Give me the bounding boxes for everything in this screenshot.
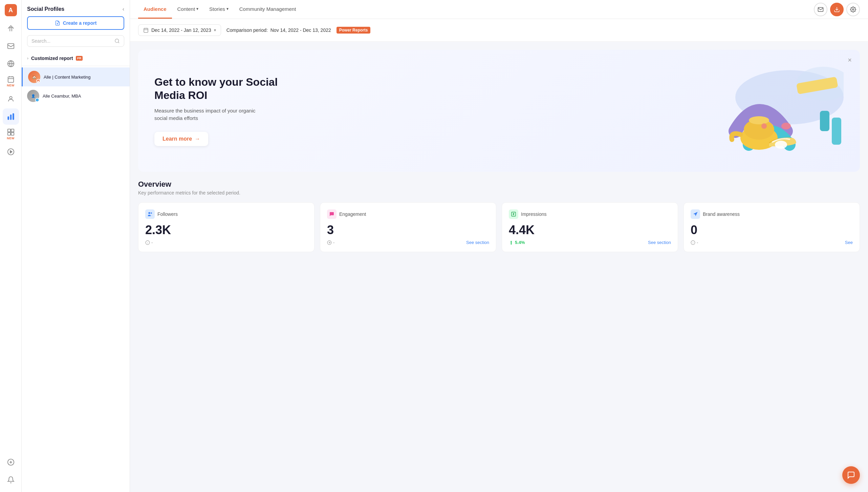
nav-item-dashboard[interactable]: NEW (3, 126, 19, 142)
metric-card-engagement: Engagement 3 - See section (320, 202, 496, 252)
overview-title: Overview (138, 180, 860, 189)
avatar-alle-ceambur: 👤 t (27, 90, 39, 102)
brand-info-icon (691, 240, 695, 245)
comparison-period: Comparison period: Nov 14, 2022 - Dec 13… (226, 27, 331, 33)
engagement-see-section-link[interactable]: See section (466, 240, 489, 245)
stories-chevron-icon: ▾ (226, 6, 229, 11)
sidebar-header: Social Profiles ‹ (22, 0, 130, 16)
settings-icon-button[interactable] (846, 3, 860, 16)
content-area: Dec 14, 2022 - Jan 12, 2023 ▾ Comparison… (130, 19, 868, 492)
info-icon (145, 240, 150, 245)
download-icon-button[interactable] (830, 3, 844, 16)
sidebar-close-icon[interactable]: ‹ (123, 6, 124, 12)
svg-rect-6 (13, 114, 14, 120)
banner-close-button[interactable]: × (845, 55, 854, 65)
power-reports-badge[interactable]: Power Reports (337, 27, 371, 34)
date-picker[interactable]: Dec 14, 2022 - Jan 12, 2023 ▾ (138, 24, 221, 36)
impressions-footer: 5.4% See section (509, 240, 671, 245)
profile-name-alle-ceambur: Alle Ceambur, MBA (43, 94, 81, 99)
avatar-badge-instagram: ▣ (36, 79, 40, 83)
left-icon-nav: A NEW NEW (0, 0, 22, 492)
svg-point-29 (781, 123, 791, 129)
sidebar: Social Profiles ‹ Create a report › Cust… (22, 0, 130, 492)
avatar-alle-content: 🏠 ▣ (28, 71, 40, 83)
svg-point-26 (761, 123, 767, 129)
date-picker-chevron: ▾ (214, 28, 216, 33)
svg-rect-4 (7, 117, 9, 120)
date-range-text: Dec 14, 2022 - Jan 12, 2023 (151, 27, 211, 33)
app-logo[interactable]: A (5, 4, 17, 16)
nav-item-globe[interactable] (3, 56, 19, 72)
brand-see-section-link[interactable]: See (845, 240, 853, 245)
svg-point-3 (9, 97, 12, 99)
nav-item-dashboard-label: NEW (7, 137, 15, 140)
followers-footer: - (145, 240, 307, 245)
brand-value: 0 (691, 223, 853, 237)
close-icon: × (848, 56, 852, 64)
nav-item-analytics[interactable] (3, 108, 19, 125)
svg-point-31 (148, 212, 150, 214)
tab-stories[interactable]: Stories ▾ (204, 0, 234, 19)
nav-item-users[interactable] (3, 91, 19, 107)
metric-card-impressions: Impressions 4.4K 5.4% See section (502, 202, 678, 252)
svg-rect-10 (11, 132, 14, 135)
search-icon (114, 38, 120, 44)
svg-rect-8 (11, 129, 14, 132)
search-box[interactable] (27, 35, 124, 47)
pr-badge: PR (76, 56, 83, 61)
customized-report-row[interactable]: › Customized report PR (22, 52, 130, 64)
comparison-range: Nov 14, 2022 - Dec 13, 2022 (270, 27, 331, 33)
banner-heading: Get to know your Social Media ROI (154, 76, 283, 102)
svg-rect-7 (7, 129, 10, 132)
engagement-label: Engagement (339, 211, 366, 217)
nav-item-bell[interactable] (3, 472, 19, 488)
roi-illustration (681, 63, 844, 158)
engagement-value: 3 (327, 223, 489, 237)
date-bar: Dec 14, 2022 - Jan 12, 2023 ▾ Comparison… (130, 19, 868, 42)
tab-audience[interactable]: Audience (138, 0, 172, 19)
banner-text: Get to know your Social Media ROI Measur… (154, 76, 283, 146)
overview-subtitle: Key performance metrics for the selected… (138, 190, 860, 196)
chat-fab-icon (847, 471, 855, 479)
chat-fab-button[interactable] (842, 466, 860, 484)
impressions-value: 4.4K (509, 223, 671, 237)
metric-card-followers: Followers 2.3K - (138, 202, 314, 252)
promo-banner: Get to know your Social Media ROI Measur… (138, 50, 860, 172)
brand-icon (691, 209, 700, 219)
svg-rect-19 (144, 28, 148, 33)
nav-item-video[interactable] (3, 144, 19, 160)
svg-rect-28 (832, 118, 841, 145)
customized-report-label: Customized report (31, 56, 73, 61)
metric-header-impressions: Impressions (509, 209, 671, 219)
impressions-see-section-link[interactable]: See section (648, 240, 671, 245)
followers-value: 2.3K (145, 223, 307, 237)
comparison-label: Comparison period: (226, 27, 268, 33)
impressions-change: 5.4% (509, 240, 525, 245)
engagement-icon (327, 209, 337, 219)
main-content: Audience Content ▾ Stories ▾ Community M… (130, 0, 868, 492)
nav-item-calendar[interactable]: NEW (3, 73, 19, 89)
engagement-change: - (327, 240, 334, 245)
message-icon-button[interactable] (814, 3, 827, 16)
nav-item-calendar-label: NEW (7, 84, 15, 87)
profile-item-alle-ceambur[interactable]: 👤 t Alle Ceambur, MBA (22, 86, 130, 105)
svg-rect-0 (7, 44, 14, 49)
impressions-icon (509, 209, 518, 219)
nav-item-home[interactable] (3, 20, 19, 37)
brand-change: - (691, 240, 698, 245)
up-arrow-icon (509, 240, 514, 245)
svg-point-30 (775, 141, 787, 149)
brand-label: Brand awareness (703, 211, 740, 217)
nav-item-add[interactable] (3, 454, 19, 470)
create-report-button[interactable]: Create a report (27, 16, 124, 30)
profile-item-alle-content[interactable]: 🏠 ▣ Alle | Content Marketing (22, 67, 130, 86)
learn-more-button[interactable]: Learn more → (154, 132, 208, 146)
customized-report-chevron: › (27, 56, 28, 61)
learn-more-arrow-icon: → (195, 136, 200, 142)
tab-content[interactable]: Content ▾ (172, 0, 204, 19)
search-input[interactable] (31, 38, 112, 44)
engagement-footer: - See section (327, 240, 489, 245)
nav-item-inbox[interactable] (3, 38, 19, 54)
tab-community[interactable]: Community Management (234, 0, 302, 19)
learn-more-label: Learn more (162, 136, 192, 142)
